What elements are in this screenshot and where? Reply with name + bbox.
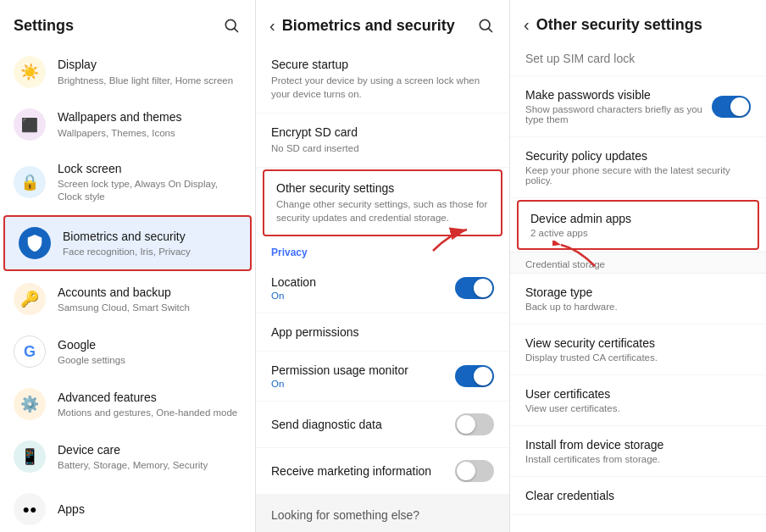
- apps-title: Apps: [58, 502, 241, 517]
- location-subtitle: On: [271, 291, 455, 301]
- settings-list: ☀️ Display Brightness, Blue light filter…: [0, 46, 255, 532]
- svg-line-1: [235, 29, 238, 32]
- accounts-icon: 🔑: [14, 283, 46, 315]
- looking-footer-title: Looking for something else?: [271, 508, 494, 522]
- secure-startup-item[interactable]: Secure startup Protect your device by us…: [256, 46, 509, 114]
- wallpapers-icon: ⬛: [14, 108, 46, 141]
- secure-startup-title: Secure startup: [271, 58, 494, 71]
- permission-usage-title: Permission usage monitor: [271, 363, 455, 377]
- svg-point-0: [225, 19, 236, 30]
- sim-card-lock-item[interactable]: Set up SIM card lock: [510, 45, 766, 76]
- permission-usage-subtitle: On: [271, 379, 455, 389]
- settings-item-accounts[interactable]: 🔑 Accounts and backup Samsung Cloud, Sma…: [0, 273, 255, 325]
- security-policy-item[interactable]: Security policy updates Keep your phone …: [510, 137, 766, 198]
- view-certs-subtitle: Display trusted CA certificates.: [525, 352, 751, 363]
- search-icon[interactable]: [221, 15, 241, 36]
- security-policy-title: Security policy updates: [525, 149, 751, 163]
- middle-settings-list: Secure startup Protect your device by us…: [256, 46, 509, 532]
- advanced-icon: ⚙️: [14, 388, 46, 420]
- advanced-title: Advanced features: [58, 390, 241, 405]
- make-passwords-item[interactable]: Make passwords visible Show password cha…: [510, 76, 766, 137]
- google-subtitle: Google settings: [58, 354, 241, 367]
- security-policy-subtitle: Keep your phone secure with the latest s…: [525, 165, 751, 186]
- right-settings-list: Set up SIM card lock Make passwords visi…: [510, 45, 766, 532]
- view-certs-title: View security certificates: [525, 336, 751, 350]
- storage-type-subtitle: Back up to hardware.: [525, 302, 751, 312]
- storage-type-title: Storage type: [525, 285, 751, 299]
- encrypt-sd-title: Encrypt SD card: [271, 125, 494, 139]
- app-permissions-item[interactable]: App permissions: [256, 313, 509, 352]
- arrow-annotation-right: [552, 241, 603, 274]
- permission-usage-toggle[interactable]: [455, 365, 494, 387]
- lockscreen-icon: 🔒: [14, 166, 46, 198]
- permission-usage-item[interactable]: Permission usage monitor On: [256, 352, 509, 402]
- settings-item-advanced[interactable]: ⚙️ Advanced features Motions and gesture…: [0, 378, 255, 430]
- settings-item-google[interactable]: G Google Google settings: [0, 325, 255, 378]
- apps-icon: ●●: [14, 493, 46, 525]
- middle-panel: ‹ Biometrics and security Secure startup…: [256, 0, 510, 532]
- other-security-item[interactable]: Other security settings Change other sec…: [263, 169, 502, 236]
- svg-line-3: [489, 29, 492, 32]
- middle-back-button[interactable]: ‹: [269, 16, 275, 36]
- install-storage-title: Install from device storage: [525, 438, 751, 452]
- arrow-annotation-middle: [425, 225, 475, 258]
- settings-item-devicecare[interactable]: 📱 Device care Battery, Storage, Memory, …: [0, 430, 255, 483]
- install-storage-item[interactable]: Install from device storage Install cert…: [510, 426, 766, 477]
- lockscreen-title: Lock screen: [58, 161, 241, 176]
- device-admin-item[interactable]: Device admin apps 2 active apps: [517, 200, 759, 250]
- secure-startup-subtitle: Protect your device by using a screen lo…: [271, 74, 494, 101]
- settings-item-lockscreen[interactable]: 🔒 Lock screen Screen lock type, Always O…: [0, 151, 255, 213]
- accounts-subtitle: Samsung Cloud, Smart Switch: [58, 302, 241, 314]
- make-passwords-title: Make passwords visible: [525, 88, 712, 102]
- wallpapers-subtitle: Wallpapers, Themes, Icons: [58, 127, 241, 140]
- biometrics-subtitle: Face recognition, Iris, Privacy: [63, 246, 236, 258]
- google-title: Google: [58, 337, 241, 352]
- user-certs-title: User certificates: [525, 387, 751, 401]
- wallpapers-title: Wallpapers and themes: [58, 109, 241, 125]
- middle-panel-title: Biometrics and security: [282, 17, 455, 35]
- make-passwords-subtitle: Show password characters briefly as you …: [525, 104, 712, 125]
- device-admin-title: Device admin apps: [530, 212, 746, 225]
- encrypt-sd-subtitle: No SD card inserted: [271, 141, 494, 155]
- encrypt-sd-item[interactable]: Encrypt SD card No SD card inserted: [256, 114, 509, 168]
- location-toggle[interactable]: [455, 277, 494, 299]
- user-certs-item[interactable]: User certificates View user certificates…: [510, 375, 766, 426]
- sim-card-title: Set up SIM card lock: [525, 52, 751, 65]
- biometrics-icon: [19, 227, 51, 259]
- other-security-title: Other security settings: [276, 181, 489, 195]
- location-item[interactable]: Location On: [256, 263, 509, 313]
- other-security-subtitle: Change other security settings, such as …: [276, 197, 489, 224]
- right-panel-title: Other security settings: [536, 16, 702, 34]
- storage-type-item[interactable]: Storage type Back up to hardware.: [510, 274, 766, 324]
- settings-item-wallpapers[interactable]: ⬛ Wallpapers and themes Wallpapers, Them…: [0, 98, 255, 151]
- receive-marketing-toggle[interactable]: [455, 460, 494, 482]
- right-panel: ‹ Other security settings Set up SIM car…: [510, 0, 766, 532]
- looking-footer[interactable]: Looking for something else?: [256, 495, 509, 532]
- make-passwords-toggle[interactable]: [712, 96, 751, 118]
- middle-search-icon[interactable]: [475, 15, 496, 36]
- clear-creds-title: Clear credentials: [525, 489, 751, 502]
- send-diagnostic-item[interactable]: Send diagnostic data: [256, 402, 509, 448]
- display-subtitle: Brightness, Blue light filter, Home scre…: [58, 75, 241, 87]
- send-diagnostic-toggle[interactable]: [455, 413, 494, 435]
- google-icon: G: [14, 335, 46, 368]
- advanced-subtitle: Motions and gestures, One-handed mode: [58, 407, 241, 419]
- lockscreen-subtitle: Screen lock type, Always On Display, Clo…: [58, 178, 241, 203]
- devicecare-subtitle: Battery, Storage, Memory, Security: [58, 459, 241, 472]
- clear-creds-item[interactable]: Clear credentials: [510, 477, 766, 515]
- receive-marketing-item[interactable]: Receive marketing information: [256, 448, 509, 495]
- settings-item-apps[interactable]: ●● Apps: [0, 483, 255, 532]
- location-title: Location: [271, 275, 455, 289]
- biometrics-title: Biometrics and security: [63, 229, 236, 244]
- view-certs-item[interactable]: View security certificates Display trust…: [510, 324, 766, 375]
- devicecare-title: Device care: [58, 442, 241, 457]
- middle-panel-header: ‹ Biometrics and security: [256, 0, 509, 46]
- settings-item-biometrics[interactable]: Biometrics and security Face recognition…: [3, 215, 252, 271]
- display-title: Display: [58, 57, 241, 72]
- right-back-button[interactable]: ‹: [524, 15, 530, 35]
- credential-storage-header: Credential storage: [510, 252, 766, 274]
- receive-marketing-title: Receive marketing information: [271, 464, 455, 478]
- settings-item-display[interactable]: ☀️ Display Brightness, Blue light filter…: [0, 46, 255, 98]
- svg-point-2: [480, 19, 490, 30]
- left-panel-title: Settings: [14, 17, 74, 35]
